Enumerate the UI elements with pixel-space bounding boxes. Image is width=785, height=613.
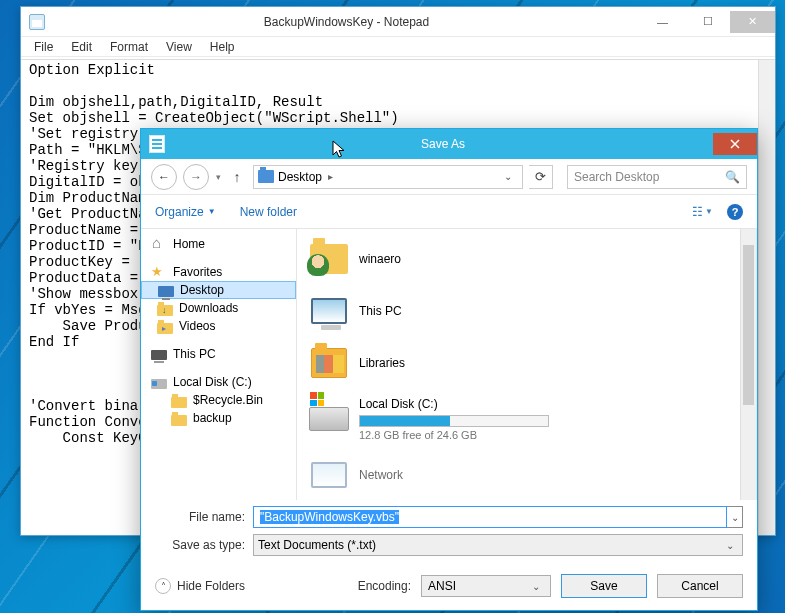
home-icon (151, 237, 167, 251)
breadcrumb-dropdown-icon[interactable]: ⌄ (498, 171, 518, 182)
chevron-down-icon: ⌄ (722, 540, 738, 551)
encoding-combo[interactable]: ANSI ⌄ (421, 575, 551, 597)
notepad-titlebar[interactable]: BackupWindowsKey - Notepad — ☐ ✕ (21, 7, 775, 37)
menu-file[interactable]: File (27, 39, 60, 55)
tree-favorites[interactable]: Favorites (141, 263, 296, 281)
tree-downloads[interactable]: Downloads (141, 299, 296, 317)
videos-icon (157, 323, 173, 334)
libraries-icon (311, 348, 347, 378)
star-icon (151, 265, 167, 279)
network-icon (311, 462, 347, 488)
savetype-label: Save as type: (155, 538, 245, 552)
help-icon[interactable]: ? (727, 204, 743, 220)
chevron-down-icon: ⌄ (528, 581, 544, 592)
encoding-label: Encoding: (358, 579, 411, 593)
downloads-icon (157, 305, 173, 316)
dialog-close-button[interactable] (713, 133, 757, 155)
close-button[interactable]: ✕ (730, 11, 775, 33)
saveas-titlebar[interactable]: Save As (141, 129, 757, 159)
filename-label: File name: (155, 510, 245, 524)
save-fields: File name: ⌄ Save as type: Text Document… (141, 500, 757, 566)
refresh-button[interactable]: ⟳ (529, 165, 553, 189)
file-item-network[interactable]: Network (303, 453, 750, 497)
desktop-icon (158, 286, 174, 297)
menu-edit[interactable]: Edit (64, 39, 99, 55)
up-button[interactable]: ↑ (227, 167, 247, 187)
search-placeholder: Search Desktop (574, 170, 659, 184)
file-list[interactable]: winaero This PC Libraries Local Disk (C:… (297, 229, 757, 500)
breadcrumb-label: Desktop (278, 170, 322, 184)
tree-recycle[interactable]: $Recycle.Bin (141, 391, 296, 409)
tree-thispc[interactable]: This PC (141, 345, 296, 363)
menu-help[interactable]: Help (203, 39, 242, 55)
menu-view[interactable]: View (159, 39, 199, 55)
search-input[interactable]: Search Desktop 🔍 (567, 165, 747, 189)
notepad-title: BackupWindowsKey - Notepad (53, 15, 640, 29)
tree-backup[interactable]: backup (141, 409, 296, 427)
folder-icon (171, 415, 187, 426)
file-item-libraries[interactable]: Libraries (303, 341, 750, 385)
user-folder-icon (310, 244, 348, 274)
drive-icon (309, 407, 349, 431)
nav-tree: Home Favorites Desktop Downloads Videos … (141, 229, 297, 500)
disk-icon (151, 379, 167, 389)
cancel-button[interactable]: Cancel (657, 574, 743, 598)
tree-localdisk[interactable]: Local Disk (C:) (141, 373, 296, 391)
breadcrumb[interactable]: Desktop ▸ ⌄ (253, 165, 523, 189)
save-as-dialog: Save As ← → ▾ ↑ Desktop ▸ ⌄ ⟳ Search Des… (140, 128, 758, 611)
file-item-winaero[interactable]: winaero (303, 237, 750, 281)
notepad-icon (29, 14, 45, 30)
tree-desktop[interactable]: Desktop (141, 281, 296, 299)
nav-bar: ← → ▾ ↑ Desktop ▸ ⌄ ⟳ Search Desktop 🔍 (141, 159, 757, 195)
forward-button[interactable]: → (183, 164, 209, 190)
filename-input[interactable] (253, 506, 727, 528)
pc-icon (311, 298, 347, 324)
pc-icon (151, 350, 167, 360)
chevron-down-icon: ▼ (208, 207, 216, 216)
back-button[interactable]: ← (151, 164, 177, 190)
tree-home[interactable]: Home (141, 235, 296, 253)
dialog-icon (149, 135, 165, 153)
organize-menu[interactable]: Organize ▼ (155, 205, 216, 219)
dialog-toolbar: Organize ▼ New folder ☷▼ ? (141, 195, 757, 229)
tree-videos[interactable]: Videos (141, 317, 296, 335)
hide-folders-button[interactable]: ˄ Hide Folders (155, 578, 245, 594)
file-item-thispc[interactable]: This PC (303, 289, 750, 333)
menu-format[interactable]: Format (103, 39, 155, 55)
scrollbar-thumb[interactable] (743, 245, 754, 405)
filename-dropdown[interactable]: ⌄ (727, 506, 743, 528)
desktop-crumb-icon (258, 170, 274, 183)
scrollbar[interactable] (740, 229, 756, 500)
chevron-right-icon[interactable]: ▸ (326, 171, 335, 182)
maximize-button[interactable]: ☐ (685, 11, 730, 33)
folder-icon (171, 397, 187, 408)
new-folder-button[interactable]: New folder (240, 205, 297, 219)
dialog-title: Save As (173, 137, 713, 151)
save-button[interactable]: Save (561, 574, 647, 598)
search-icon: 🔍 (725, 170, 740, 184)
file-item-localdisk[interactable]: Local Disk (C:) 12.8 GB free of 24.6 GB (303, 393, 750, 445)
notepad-menubar: File Edit Format View Help (21, 37, 775, 57)
disk-usage-bar (359, 415, 549, 427)
minimize-button[interactable]: — (640, 11, 685, 33)
dialog-footer: ˄ Hide Folders Encoding: ANSI ⌄ Save Can… (141, 566, 757, 610)
savetype-combo[interactable]: Text Documents (*.txt) ⌄ (253, 534, 743, 556)
recent-dropdown-icon[interactable]: ▾ (215, 172, 221, 182)
view-options-button[interactable]: ☷▼ (692, 205, 713, 219)
chevron-up-icon: ˄ (155, 578, 171, 594)
